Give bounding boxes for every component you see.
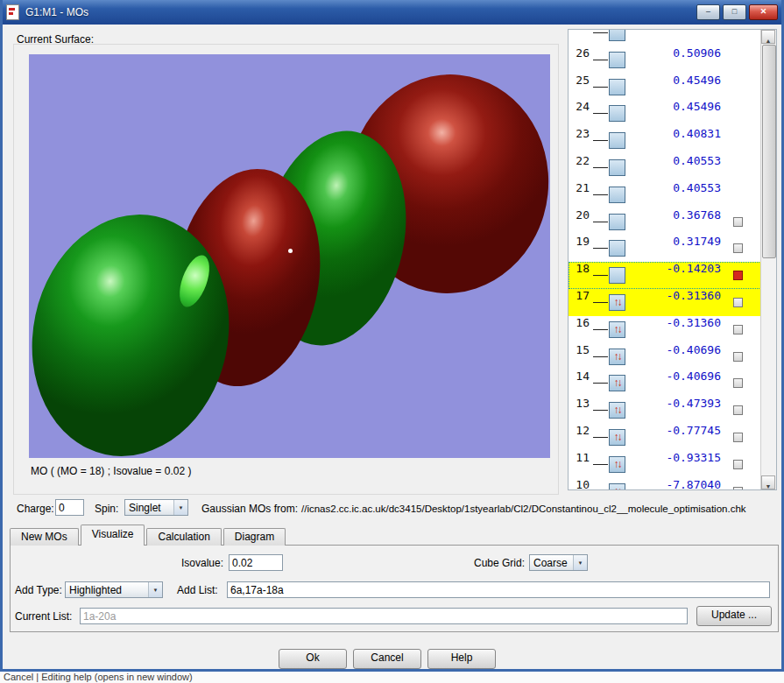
isovalue-input[interactable] <box>229 554 283 571</box>
chevron-down-icon[interactable] <box>148 582 162 597</box>
mo-level-line <box>593 437 608 438</box>
cancel-button[interactable]: Cancel <box>353 649 421 669</box>
mo-box-virtual-icon[interactable] <box>609 132 625 149</box>
mo-box-occupied-icon[interactable]: ↑↓ <box>609 321 625 338</box>
add-type-value: Highlighted <box>69 584 122 596</box>
mo-box-virtual-icon[interactable] <box>609 29 625 41</box>
mo-row-16[interactable]: 16↑↓-0.31360 <box>569 316 761 343</box>
mo-box-virtual-icon[interactable] <box>609 187 625 203</box>
mo-number: 11 <box>569 451 590 478</box>
add-type-dropdown[interactable]: Highlighted <box>65 581 163 598</box>
tab-visualize[interactable]: Visualize <box>81 525 145 546</box>
ok-button[interactable]: Ok <box>279 649 347 669</box>
mo-box-occupied-icon[interactable]: ↑↓ <box>609 294 625 311</box>
mo-row-23[interactable]: 230.40831 <box>569 127 761 154</box>
mo-row-13[interactable]: 13↑↓-0.47393 <box>569 397 761 424</box>
mo-row-17[interactable]: 17↑↓-0.31360 <box>569 289 761 316</box>
scroll-up-icon[interactable] <box>761 30 775 44</box>
mo-box-virtual-icon[interactable] <box>609 267 625 284</box>
cube-grid-value: Coarse <box>533 557 568 569</box>
mo-box-occupied-icon[interactable]: ↑↓ <box>609 402 625 419</box>
mo-row-22[interactable]: 220.40553 <box>569 154 761 181</box>
mo-row-21[interactable]: 210.40553 <box>569 181 761 208</box>
mo-select-checkbox[interactable] <box>733 298 743 307</box>
cube-grid-dropdown[interactable]: Coarse <box>529 554 588 571</box>
orbital-viewport[interactable] <box>29 54 550 458</box>
tab-calculation[interactable]: Calculation <box>146 528 221 546</box>
close-button[interactable]: ✕ <box>749 4 778 20</box>
mo-select-checkbox[interactable] <box>733 378 743 388</box>
mo-row-26[interactable]: 260.50906 <box>569 46 761 74</box>
chevron-down-icon[interactable] <box>573 555 587 570</box>
mo-row-18[interactable]: 18-0.14203 <box>569 262 761 289</box>
minimize-button[interactable]: – <box>696 4 720 20</box>
add-list-input[interactable] <box>227 581 770 598</box>
mo-box-occupied-icon[interactable]: ↑↓ <box>609 483 625 490</box>
mo-box-occupied-icon[interactable]: ↑↓ <box>609 429 625 446</box>
mo-row-14[interactable]: 14↑↓-0.40696 <box>569 370 761 397</box>
mo-energy-value: -7.87040 <box>625 478 721 490</box>
mo-row-20[interactable]: 200.36768 <box>569 208 761 236</box>
mo-row-27[interactable]: 270.71411 <box>569 29 761 46</box>
charge-input[interactable] <box>55 499 84 516</box>
mo-row-11[interactable]: 11↑↓-0.93315 <box>569 451 761 478</box>
mo-row-12[interactable]: 12↑↓-0.77745 <box>569 424 761 451</box>
current-list-input[interactable] <box>80 608 688 624</box>
mo-select-checkbox[interactable] <box>733 217 743 227</box>
mo-level-line <box>593 329 608 330</box>
mo-select-checkbox[interactable] <box>733 325 743 334</box>
mo-box-virtual-icon[interactable] <box>609 105 625 122</box>
mo-energy-value: 0.31749 <box>625 235 721 262</box>
mo-energy-value: 0.71411 <box>625 29 721 46</box>
mo-energy-value: -0.77745 <box>625 424 721 451</box>
mo-number: 21 <box>569 181 590 208</box>
mo-box-virtual-icon[interactable] <box>609 159 625 176</box>
mo-box-occupied-icon[interactable]: ↑↓ <box>609 456 625 473</box>
chevron-down-icon[interactable] <box>173 500 187 515</box>
mo-number: 22 <box>569 154 590 181</box>
mo-energy-value: 0.45496 <box>625 100 721 127</box>
mo-box-virtual-icon[interactable] <box>609 214 625 230</box>
tab-diagram[interactable]: Diagram <box>223 528 286 546</box>
mo-box-virtual-icon[interactable] <box>609 52 625 68</box>
titlebar[interactable]: G1:M1 - MOs – □ ✕ <box>0 0 784 25</box>
mo-row-24[interactable]: 240.45496 <box>569 100 761 127</box>
mo-box-occupied-icon[interactable]: ↑↓ <box>609 375 625 391</box>
mo-list-scrollbar[interactable] <box>760 30 776 489</box>
mo-level-line <box>593 275 608 276</box>
mo-select-checkbox[interactable] <box>733 271 743 280</box>
mo-select-checkbox[interactable] <box>733 352 743 362</box>
mo-level-line <box>593 383 608 384</box>
mo-number: 18 <box>569 262 590 289</box>
tab-new-mos[interactable]: New MOs <box>10 528 79 546</box>
mo-number: 14 <box>569 370 590 397</box>
mo-number: 25 <box>569 74 590 101</box>
mo-row-25[interactable]: 250.45496 <box>569 74 761 101</box>
mo-row-10[interactable]: 10↑↓-7.87040 <box>569 478 761 490</box>
mo-row-15[interactable]: 15↑↓-0.40696 <box>569 343 761 370</box>
mo-box-virtual-icon[interactable] <box>609 79 625 95</box>
help-button[interactable]: Help <box>427 649 496 669</box>
maximize-button[interactable]: □ <box>723 4 746 20</box>
mo-select-checkbox[interactable] <box>733 487 743 490</box>
mo-box-virtual-icon[interactable] <box>609 240 625 257</box>
mo-energy-value: 0.40553 <box>625 154 721 181</box>
mo-level-line <box>593 87 608 88</box>
mo-select-checkbox[interactable] <box>733 433 743 442</box>
background-page: Cancel | Editing help (opens in new wind… <box>0 672 784 683</box>
mo-box-occupied-icon[interactable]: ↑↓ <box>609 349 625 365</box>
mo-number: 24 <box>569 100 590 127</box>
scroll-thumb[interactable] <box>762 45 776 258</box>
mo-number: 16 <box>569 316 590 343</box>
spin-label: Spin: <box>95 503 118 515</box>
mo-select-checkbox[interactable] <box>733 243 743 253</box>
mo-select-checkbox[interactable] <box>733 460 743 469</box>
spin-dropdown[interactable]: Singlet <box>124 499 188 516</box>
mo-select-checkbox[interactable] <box>733 405 743 415</box>
mo-row-19[interactable]: 190.31749 <box>569 235 761 262</box>
mo-number: 23 <box>569 127 590 154</box>
update-button[interactable]: Update ... <box>696 606 772 626</box>
mo-energy-value: 0.50906 <box>625 46 721 74</box>
mo-energy-value: 0.36768 <box>625 208 721 236</box>
scroll-down-icon[interactable] <box>761 475 775 489</box>
